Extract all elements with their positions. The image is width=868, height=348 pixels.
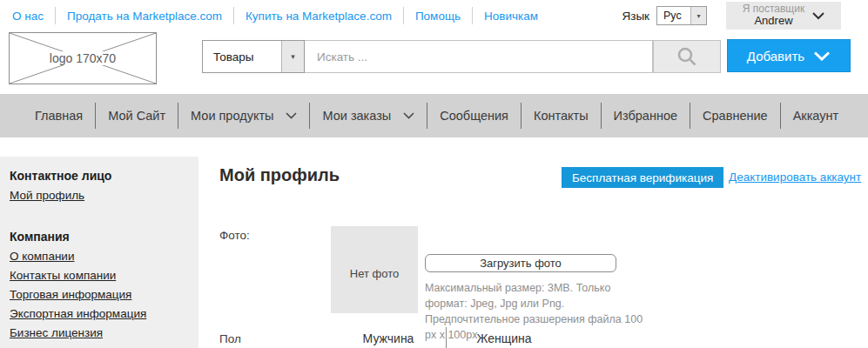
nav-item-my-orders[interactable]: Мои заказы: [309, 103, 427, 129]
nav-item-messages[interactable]: Сообщения: [427, 103, 521, 129]
sidebar-item-trade-info[interactable]: Торговая информация: [10, 288, 131, 301]
topbar-link-about[interactable]: О нас: [12, 10, 44, 23]
chevron-down-icon: [286, 112, 297, 119]
photo-label: Фото:: [219, 229, 250, 242]
upload-photo-button[interactable]: Загрузить фото: [425, 254, 616, 272]
nav-item-label: Главная: [35, 109, 83, 123]
nav-item-label: Контакты: [534, 109, 589, 123]
sidebar-section-contact: Контактное лицо Мой профиль: [10, 169, 188, 202]
supplier-role-label: Я поставщик: [743, 3, 804, 16]
gender-option-female[interactable]: Женщина: [447, 331, 562, 345]
nav-item-label: Мой Сайт: [108, 109, 165, 123]
topbar-link-newcomers[interactable]: Новичкам: [484, 10, 538, 23]
nav-item-my-products[interactable]: Мои продукты: [178, 103, 309, 129]
nav-item-label: Сравнение: [703, 109, 768, 123]
divider: [403, 7, 404, 24]
page-title: Мой профиль: [219, 165, 340, 185]
chevron-down-icon: [813, 51, 831, 61]
add-button-label: Добавить: [747, 49, 804, 64]
main-content: Мой профиль Бесплатная верификация Деакт…: [219, 157, 868, 348]
category-select-value: Товары: [203, 41, 281, 72]
search-input[interactable]: [305, 40, 653, 73]
nav-item-home[interactable]: Главная: [23, 103, 95, 129]
logo-label: logo 170x70: [46, 51, 119, 65]
sidebar-item-export-info[interactable]: Экспортная информация: [10, 307, 146, 320]
sidebar-item-about-company[interactable]: О компании: [10, 250, 74, 263]
language-select-value: Рус: [657, 7, 690, 24]
topbar-link-buy[interactable]: Купить на Marketplace.com: [246, 10, 392, 23]
sidebar-item-my-profile[interactable]: Мой профиль: [10, 189, 84, 202]
search-icon: [676, 45, 698, 68]
topbar-link-help[interactable]: Помощь: [415, 10, 461, 23]
search-button[interactable]: [653, 40, 721, 73]
sidebar: Контактное лицо Мой профиль Компания О к…: [0, 157, 198, 348]
language-select[interactable]: Рус ▾: [656, 6, 707, 25]
nav-item-label: Аккаунт: [793, 109, 838, 123]
nav-item-label: Сообщения: [440, 109, 508, 123]
language-control: Язык Рус ▾: [622, 6, 707, 25]
divider: [472, 7, 473, 24]
nav-item-my-site[interactable]: Мой Сайт: [95, 103, 178, 129]
nav-item-label: Мои продукты: [191, 109, 273, 123]
divider: [55, 7, 56, 24]
select-arrow-icon: ▾: [690, 7, 706, 24]
gender-option-male[interactable]: Мужчина: [331, 331, 446, 345]
select-arrow-icon: ▾: [281, 41, 304, 72]
nav-item-label: Мои заказы: [322, 109, 391, 123]
account-menu[interactable]: Я поставщик Andrew: [726, 2, 841, 30]
topbar: О нас Продать на Marketplace.com Купить …: [0, 0, 868, 31]
category-select[interactable]: Товары ▾: [202, 40, 305, 73]
chevron-down-icon: [403, 112, 414, 119]
gender-label: Пол: [219, 332, 331, 345]
free-verification-button[interactable]: Бесплатная верификация: [562, 167, 723, 188]
chevron-down-icon: [812, 12, 824, 20]
topbar-link-sell[interactable]: Продать на Marketplace.com: [67, 10, 222, 23]
divider: [233, 7, 234, 24]
nav-item-compare[interactable]: Сравнение: [690, 103, 780, 129]
no-photo-text: Нет фото: [350, 267, 399, 280]
sidebar-item-business-license[interactable]: Бизнес лицензия: [10, 326, 103, 339]
nav-item-label: Избранное: [614, 109, 677, 123]
sidebar-section-title: Контактное лицо: [10, 169, 188, 183]
supplier-name: Andrew: [743, 15, 804, 28]
nav-item-contacts[interactable]: Контакты: [521, 103, 601, 129]
add-button[interactable]: Добавить: [727, 39, 851, 72]
gender-row: Пол Мужчина Женщина: [219, 327, 562, 348]
language-label: Язык: [622, 10, 649, 23]
deactivate-account-link[interactable]: Деактивировать аккаунт: [729, 171, 861, 184]
logo-placeholder: logo 170x70: [9, 32, 157, 84]
sidebar-item-company-contacts[interactable]: Контакты компании: [10, 269, 116, 282]
nav-item-account[interactable]: Аккаунт: [780, 103, 851, 129]
nav-item-favorites[interactable]: Избранное: [601, 103, 690, 129]
sidebar-section-company: Компания О компании Контакты компании То…: [10, 230, 188, 339]
sidebar-section-title: Компания: [10, 230, 188, 244]
photo-placeholder: Нет фото: [331, 226, 418, 313]
topbar-links: О нас Продать на Marketplace.com Купить …: [12, 7, 538, 24]
main-nav: Главная Мой Сайт Мои продукты Мои заказы…: [0, 94, 868, 137]
